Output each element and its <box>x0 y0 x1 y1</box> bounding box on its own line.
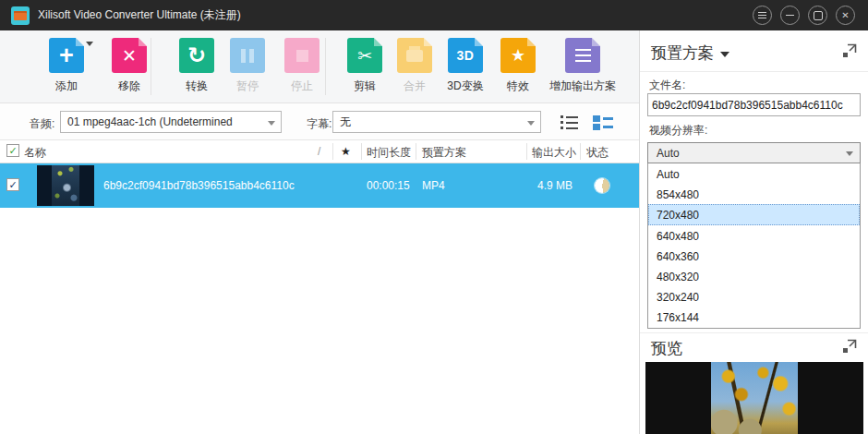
preview-header-label: 预览 <box>651 338 682 359</box>
chevron-down-icon <box>527 121 535 126</box>
column-preset[interactable]: 预置方案 <box>422 145 466 161</box>
window-title: Xilisoft Video Converter Ultimate (未注册) <box>38 7 241 23</box>
expand-profile-icon[interactable] <box>842 43 857 58</box>
toolbar-separator <box>151 38 151 95</box>
chevron-down-icon <box>268 121 275 126</box>
column-duration[interactable]: 时间长度 <box>367 145 411 161</box>
3d-icon: 3D <box>448 38 483 73</box>
resolution-option[interactable]: 854x480 <box>648 184 860 204</box>
detail-view-icon[interactable] <box>593 115 613 130</box>
resolution-option[interactable]: 320x240 <box>648 286 860 307</box>
filename-input[interactable] <box>647 93 861 116</box>
profile-doc-icon <box>565 38 600 73</box>
column-name[interactable]: 名称 <box>24 145 46 161</box>
app-window: Xilisoft Video Converter Ultimate (未注册) … <box>0 0 868 434</box>
resolution-dropdown-list: Auto 854x480 720x480 640x480 640x360 480… <box>647 163 861 329</box>
scissors-icon: ✂ <box>347 38 382 73</box>
add-output-profile-button[interactable]: 增加输出方案 <box>548 38 618 94</box>
stop-button: 停止 <box>267 38 337 94</box>
resolution-label: 视频分辨率: <box>649 123 707 139</box>
chevron-down-icon <box>846 151 853 156</box>
resolution-option[interactable]: 640x480 <box>648 225 860 246</box>
row-preset: MP4 <box>422 179 445 192</box>
resolution-option[interactable]: 640x360 <box>648 246 860 266</box>
add-button[interactable]: + 添加 <box>31 38 102 94</box>
effects-button[interactable]: ★ 特效 <box>483 38 553 94</box>
expand-preview-icon[interactable] <box>842 339 857 354</box>
merge-icon <box>397 38 432 73</box>
view-toggle <box>561 115 613 130</box>
pause-icon <box>230 38 265 73</box>
stop-label: 停止 <box>267 78 337 94</box>
chevron-down-icon <box>86 42 93 46</box>
app-icon <box>11 6 30 25</box>
remove-icon: ✕ <box>112 38 147 73</box>
row-thumbnail <box>37 165 94 206</box>
list-view-icon[interactable] <box>561 115 578 129</box>
audio-select[interactable]: 01 mpeg4aac-1ch (Undetermined <box>60 111 282 133</box>
waiting-clock-icon <box>595 178 609 193</box>
filename-label: 文件名: <box>649 78 685 93</box>
resolution-option[interactable]: 176x144 <box>648 307 860 327</box>
stream-filter-row: 音频: 01 mpeg4aac-1ch (Undetermined 字幕: 无 <box>0 103 639 140</box>
row-output-size: 4.9 MB <box>499 179 573 192</box>
remove-label: 移除 <box>94 78 164 94</box>
close-icon[interactable] <box>836 6 855 25</box>
resolution-option[interactable]: Auto <box>648 163 860 184</box>
select-all-checkbox[interactable]: ✓ <box>6 144 19 157</box>
resolution-select-value: Auto <box>657 147 680 160</box>
minimize-icon[interactable] <box>780 6 800 25</box>
add-output-profile-label: 增加输出方案 <box>548 78 618 94</box>
add-icon: + <box>49 38 84 73</box>
column-star[interactable]: ★ <box>341 145 351 158</box>
resolution-select[interactable]: Auto <box>647 142 861 163</box>
audio-select-value: 01 mpeg4aac-1ch (Undetermined <box>67 115 233 128</box>
maximize-icon[interactable] <box>808 6 827 25</box>
column-status[interactable]: 状态 <box>586 145 609 161</box>
row-filename: 6b9c2cf0941bd78b396515abb4c6110c <box>103 179 295 192</box>
resolution-option-selected[interactable]: 720x480 <box>648 204 860 224</box>
file-table-header: ✓ 名称 / ★ 时间长度 预置方案 输出大小 状态 <box>0 140 639 163</box>
subtitle-select[interactable]: 无 <box>332 111 541 133</box>
convert-icon: ↻ <box>179 38 214 73</box>
add-label: 添加 <box>31 78 102 94</box>
subtitle-label: 字幕: <box>307 116 332 132</box>
preview-header: 预览 <box>651 338 682 359</box>
toolbar-separator <box>325 38 326 95</box>
titlebar: Xilisoft Video Converter Ultimate (未注册) <box>0 0 868 30</box>
column-sort[interactable]: / <box>318 145 320 158</box>
profile-header-label: 预置方案 <box>651 42 714 64</box>
magic-wand-icon: ★ <box>500 38 536 73</box>
chevron-down-icon <box>720 52 729 57</box>
audio-label: 音频: <box>30 116 54 132</box>
table-row[interactable]: ✓ 6b9c2cf0941bd78b396515abb4c6110c 00:00… <box>0 163 639 208</box>
right-panel: 预置方案 文件名: 视频分辨率: Auto Auto 854x480 720x4… <box>639 30 868 434</box>
profile-header[interactable]: 预置方案 <box>651 42 729 64</box>
subtitle-select-value: 无 <box>340 115 351 130</box>
preview-thumbnail <box>711 362 798 434</box>
column-output-size[interactable]: 输出大小 <box>532 145 576 161</box>
effects-label: 特效 <box>483 78 553 94</box>
window-controls <box>753 6 868 25</box>
remove-button[interactable]: ✕ 移除 <box>94 38 164 94</box>
menu-icon[interactable] <box>753 6 772 25</box>
row-checkbox[interactable]: ✓ <box>6 178 19 191</box>
preview-area[interactable] <box>645 362 863 434</box>
stop-icon <box>284 38 319 73</box>
resolution-option[interactable]: 480x320 <box>648 266 860 286</box>
row-duration: 00:00:15 <box>367 179 410 192</box>
